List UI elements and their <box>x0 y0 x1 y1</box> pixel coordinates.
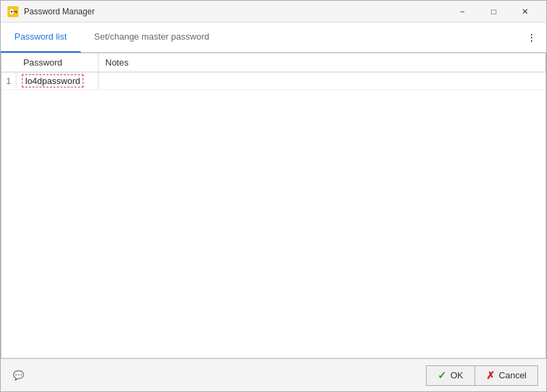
cancel-button[interactable]: ✗ Cancel <box>475 365 538 386</box>
ok-label: OK <box>451 370 464 380</box>
window-controls: − □ ✕ <box>446 1 541 23</box>
cancel-x-icon: ✗ <box>486 369 495 382</box>
content-area: Password Notes 1 lo4dpassword <box>1 53 546 359</box>
menu-dots-button[interactable]: ⋮ <box>519 25 544 50</box>
table-header: Password Notes <box>1 53 546 72</box>
chat-icon-symbol: 💬 <box>13 370 24 380</box>
cancel-label: Cancel <box>499 370 526 380</box>
col-header-notes: Notes <box>98 53 546 72</box>
svg-point-2 <box>11 10 13 12</box>
password-cell[interactable]: lo4dpassword <box>16 72 98 89</box>
svg-rect-4 <box>16 12 17 13</box>
col-header-password: Password <box>16 53 98 72</box>
tab-password-list[interactable]: Password list <box>1 23 81 53</box>
title-bar: Password Manager − □ ✕ <box>1 1 546 23</box>
chat-icon[interactable]: 💬 <box>9 366 28 385</box>
window-title: Password Manager <box>24 7 446 16</box>
close-button[interactable]: ✕ <box>509 1 541 23</box>
row-num-header-spacer <box>1 53 16 72</box>
svg-rect-3 <box>14 11 17 12</box>
table-body: 1 lo4dpassword <box>1 72 546 358</box>
footer: 💬 ✓ OK ✗ Cancel <box>1 359 546 391</box>
ok-check-icon: ✓ <box>438 369 446 382</box>
ok-button[interactable]: ✓ OK <box>426 365 475 386</box>
table-row[interactable]: 1 lo4dpassword <box>1 72 546 90</box>
main-window: Password Manager − □ ✕ Password list Set… <box>0 0 547 392</box>
footer-buttons: ✓ OK ✗ Cancel <box>426 365 538 386</box>
maximize-button[interactable]: □ <box>478 1 509 23</box>
tab-set-master-password[interactable]: Set/change master password <box>81 23 223 53</box>
toolbar: Password list Set/change master password… <box>1 23 546 53</box>
app-icon <box>6 5 20 18</box>
password-value: lo4dpassword <box>22 74 83 87</box>
row-number: 1 <box>1 72 16 89</box>
notes-cell[interactable] <box>98 72 546 89</box>
minimize-button[interactable]: − <box>446 1 478 23</box>
